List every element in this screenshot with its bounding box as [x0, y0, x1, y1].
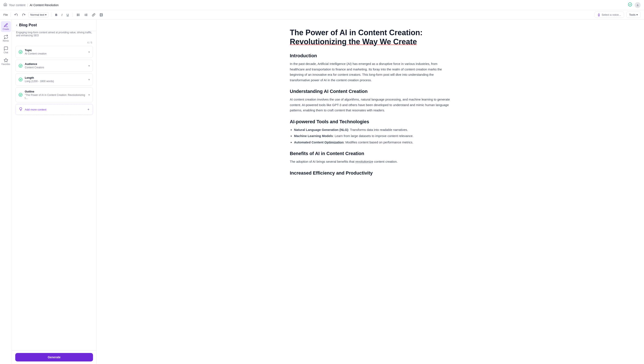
- audience-check-icon: [18, 64, 23, 68]
- underline-button[interactable]: U: [65, 12, 70, 17]
- sidebar-item-create[interactable]: Create: [1, 21, 11, 32]
- home-icon[interactable]: [4, 3, 7, 8]
- user-avatar[interactable]: [635, 2, 640, 8]
- svg-point-16: [19, 50, 22, 54]
- tools-chevron-icon: ▾: [636, 13, 638, 16]
- image-button[interactable]: [98, 12, 104, 17]
- topic-value: AI Content creation: [25, 52, 86, 55]
- topic-chevron-icon: ▾: [88, 50, 90, 54]
- bullet-list-button[interactable]: [76, 12, 81, 17]
- top-bar: Your content | AI Content Revolution: [0, 0, 644, 10]
- favorites-label: Favorites: [2, 63, 10, 65]
- sidebar-item-remix[interactable]: Remix: [1, 33, 11, 44]
- panel-header: ‹ Blog Post: [12, 20, 96, 31]
- redo-button[interactable]: [21, 12, 27, 17]
- audience-label: Audience: [25, 62, 86, 66]
- list-item: Natural Language Generation (NLG): Trans…: [294, 127, 451, 133]
- editor-content: The Power of AI in Content Creation: Rev…: [290, 28, 451, 176]
- topic-check-icon: [18, 50, 23, 54]
- breadcrumb-your-content[interactable]: Your content: [9, 4, 26, 7]
- panel-subtitle: Engaging long-form content aimed at prov…: [12, 31, 96, 40]
- audience-chevron-icon: ▾: [88, 64, 90, 67]
- top-bar-right: [628, 2, 640, 8]
- content-panel: ‹ Blog Post Engaging long-form content a…: [12, 20, 96, 364]
- outline-chevron-icon: ▾: [88, 93, 90, 97]
- topic-row[interactable]: Topic AI Content creation ▾: [15, 46, 93, 58]
- sidebar-item-favorites[interactable]: Favorites: [1, 56, 11, 67]
- svg-point-12: [100, 14, 101, 15]
- tools-bullet-list: Natural Language Generation (NLG): Trans…: [294, 127, 451, 145]
- tools-button[interactable]: Tools ▾: [626, 12, 640, 18]
- title-part1: The Power of AI in Content Creation:: [290, 28, 422, 37]
- svg-point-19: [19, 93, 22, 97]
- svg-point-6: [77, 15, 77, 15]
- toolbar-separator-2: [51, 13, 51, 17]
- efficiency-heading: Increased Efficiency and Productivity: [290, 170, 451, 176]
- introduction-text: In the past decade, Artificial Intellige…: [290, 61, 451, 83]
- undo-button[interactable]: [13, 12, 19, 17]
- length-value: Long (1200 - 1800 words): [25, 80, 86, 83]
- panel-title: Blog Post: [19, 23, 37, 27]
- panel-back-button[interactable]: ‹: [16, 23, 17, 27]
- formatting-toolbar: File Normal text ▾ B I U Select a voice.…: [0, 10, 644, 20]
- document-main-title: The Power of AI in Content Creation: Rev…: [290, 28, 451, 46]
- chevron-down-icon: ▾: [45, 13, 46, 16]
- toolbar-right-section: Select a voice... Tools ▾: [595, 12, 640, 18]
- introduction-heading: Introduction: [290, 53, 451, 59]
- select-voice-label: Select a voice...: [602, 13, 621, 16]
- ml-bold: Machine Learning Models: [294, 134, 333, 138]
- generate-button[interactable]: Generate: [15, 353, 93, 361]
- svg-point-7: [77, 16, 77, 16]
- document-title: AI Content Revolution: [30, 4, 58, 7]
- audience-value: Content Creators: [25, 66, 86, 69]
- audience-content: Audience Content Creators: [25, 62, 86, 69]
- svg-point-0: [628, 3, 632, 6]
- svg-point-18: [19, 78, 22, 81]
- add-context-button[interactable]: Add more context +: [15, 104, 93, 115]
- bold-button[interactable]: B: [54, 12, 58, 17]
- understanding-heading: Understanding AI Content Creation: [290, 89, 451, 94]
- topic-label: Topic: [25, 49, 86, 52]
- list-item: Automated Content Optimization: Modifies…: [294, 140, 451, 145]
- italic-button[interactable]: I: [60, 12, 64, 17]
- bulb-icon: [19, 107, 23, 112]
- nlg-bold: Natural Language Generation (NLG): [294, 128, 348, 131]
- outline-label: Outline: [25, 90, 86, 93]
- panel-footer: Generate: [12, 350, 96, 364]
- tools-label: Tools: [629, 13, 636, 16]
- text-style-selector[interactable]: Normal text ▾: [28, 12, 48, 17]
- understanding-text: AI content creation involves the use of …: [290, 97, 451, 113]
- sidebar-item-chat[interactable]: Chat: [1, 45, 11, 55]
- icon-sidebar: Create Remix Chat Favorites: [0, 20, 12, 364]
- plus-icon: +: [88, 108, 90, 111]
- link-button[interactable]: [91, 12, 96, 17]
- outline-row[interactable]: Outline "The Power of AI in Content Crea…: [15, 87, 93, 102]
- audience-row[interactable]: Audience Content Creators ▾: [15, 60, 93, 72]
- length-label: Length: [25, 76, 86, 79]
- remix-label: Remix: [3, 40, 9, 42]
- svg-marker-15: [4, 58, 8, 62]
- outline-content: Outline "The Power of AI in Content Crea…: [25, 90, 86, 99]
- length-chevron-icon: ▾: [88, 78, 90, 81]
- length-row[interactable]: Length Long (1200 - 1800 words) ▾: [15, 73, 93, 85]
- svg-point-1: [637, 4, 638, 5]
- editor-area[interactable]: The Power of AI in Content Creation: Rev…: [96, 20, 644, 364]
- breadcrumb-separator: |: [27, 3, 28, 7]
- svg-point-5: [77, 14, 77, 14]
- outline-check-icon: [18, 93, 23, 97]
- check-status-icon: [628, 2, 632, 8]
- length-content: Length Long (1200 - 1800 words): [25, 76, 86, 83]
- length-check-icon: [18, 77, 23, 82]
- svg-point-17: [19, 64, 22, 67]
- outline-value: "The Power of AI in Content Creation: Re…: [25, 94, 86, 99]
- numbered-list-button[interactable]: [83, 12, 89, 17]
- list-item: Machine Learning Models: Learn from larg…: [294, 133, 451, 139]
- create-label: Create: [2, 28, 9, 30]
- benefits-text: The adoption of AI brings several benefi…: [290, 159, 451, 164]
- file-menu[interactable]: File: [4, 13, 8, 16]
- select-voice-button[interactable]: Select a voice...: [595, 12, 624, 18]
- topic-content: Topic AI Content creation: [25, 49, 86, 55]
- panel-body: Topic AI Content creation ▾ Audience Con…: [12, 46, 96, 350]
- panel-counter: 4 / 6: [12, 40, 96, 46]
- text-style-value: Normal text: [30, 13, 44, 16]
